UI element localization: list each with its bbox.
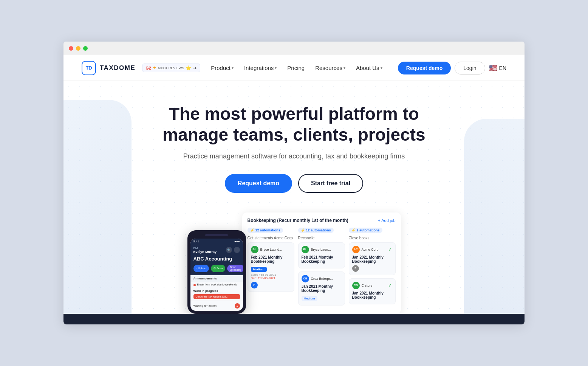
search-icon[interactable]: 🔍 (226, 247, 232, 253)
card-name: Bryce Laund... (260, 248, 282, 251)
language-selector[interactable]: 🇺🇸 EN (489, 64, 506, 72)
card-title: Feb 2021 Monthly Bookkeeping (251, 255, 291, 264)
announcement-dot (193, 284, 196, 286)
kanban-col-label-1: Get statements Acme Corp (248, 236, 294, 240)
done-uploading-button[interactable]: Done uploading (227, 265, 243, 272)
chevron-down-icon: ▾ (344, 66, 345, 70)
phone-user-label: EM (193, 247, 217, 250)
nav-actions: Request demo Login 🇺🇸 EN (398, 62, 506, 74)
menu-icon[interactable]: ⋯ (234, 247, 240, 253)
phone-work-section: Work in progress (190, 288, 243, 294)
card-name: Acme Corp (362, 248, 379, 251)
priority-tag: Medium (251, 267, 267, 272)
maximize-dot[interactable] (83, 46, 88, 51)
card-avatar-row: AC Acme Corp ✓ (352, 246, 392, 253)
automations-badge-1: ⚡ 12 automations (248, 228, 283, 233)
dashboard-preview: 9:41 ●●● EM Evelyn Murray 🔍 ⋯ ABC Ac (79, 212, 509, 314)
avatar: AC (352, 246, 360, 253)
check-icon: ✓ (388, 247, 392, 252)
bolt-icon: ⚡ (301, 228, 305, 232)
nav-item-about[interactable]: About Us ▾ (351, 62, 387, 73)
phone-waiting: Waiting for action 1 (190, 301, 243, 311)
hero-buttons: Request demo Start free trial (162, 174, 426, 193)
request-demo-hero-button[interactable]: Request demo (225, 174, 292, 193)
chevron-down-icon: ▾ (232, 66, 234, 70)
nav-item-product[interactable]: Product ▾ (206, 62, 238, 73)
avatar: BL (302, 246, 309, 253)
navbar: TD TAXDOME G2 ★ 6000+ REVIEWS ⭐ ➜ Produc… (63, 55, 525, 81)
scan-icon: ⊡ (214, 267, 216, 270)
nav-links: Product ▾ Integrations ▾ Pricing Resourc… (206, 62, 398, 73)
hero-section: The most powerful platform to manage tea… (63, 81, 525, 314)
logo-icon: TD (82, 61, 96, 75)
card-name: Bryce Laun... (311, 248, 331, 251)
card-due-date: Due: Feb-03-2021 (251, 276, 291, 280)
phone-mockup: 9:41 ●●● EM Evelyn Murray 🔍 ⋯ ABC Ac (187, 230, 246, 314)
kanban-card: BL Bryce Laun... ✓ Feb 2021 Monthly Book… (298, 242, 345, 268)
login-button[interactable]: Login (455, 62, 485, 74)
card-title: Jan 2021 Monthly Bookkeeping (352, 291, 392, 299)
card-avatar-row: BL Bryce Laund... ✓ (251, 246, 291, 253)
star-icon: ★ (153, 65, 156, 70)
kanban-column-3: ⚡ 2 automations Close books AC Acme Corp… (349, 228, 396, 309)
card-avatar-row: CE Crux Enterpr... (302, 275, 342, 282)
phone-user-name: Evelyn Murray (193, 250, 217, 254)
g2-label: G2 (145, 66, 151, 70)
kanban-card: BL Bryce Laund... ✓ Feb 2021 Monthly Boo… (248, 242, 294, 292)
phone-notch (205, 234, 228, 236)
minimize-dot[interactable] (76, 46, 80, 51)
kanban-columns: ⚡ 12 automations Get statements Acme Cor… (248, 228, 396, 309)
check-icon: ✓ (388, 282, 392, 288)
phone-company-name: ABC Accounting (190, 256, 243, 265)
card-title: Feb 2021 Monthly Bookkeeping (302, 255, 342, 264)
getapp-icon: ➜ (193, 65, 197, 71)
hero-title: The most powerful platform to manage tea… (162, 104, 426, 145)
card-avatar-row: BL Bryce Laun... ✓ (302, 246, 342, 253)
phone-action-buttons: ↑ Upload ⊡ Scan Done uploading (190, 265, 243, 275)
nav-item-pricing[interactable]: Pricing (283, 62, 309, 73)
review-count: 6000+ REVIEWS (158, 66, 184, 70)
upload-button[interactable]: ↑ Upload (193, 265, 209, 272)
kanban-card: CE Crux Enterpr... Jan 2021 Monthly Book… (298, 271, 345, 306)
phone-work-item: Corporate Tax Return 2022 (193, 294, 240, 299)
kanban-header: Bookkeeping (Recur monthly 1st of the mo… (248, 218, 396, 223)
kanban-col-header-2: ⚡ 12 automations (298, 228, 345, 233)
automations-badge-2: ⚡ 12 automations (298, 228, 334, 233)
kanban-col-label-2: Reconcile (298, 236, 345, 240)
bolt-icon: ⚡ (250, 228, 254, 232)
kanban-board: Bookkeeping (Recur monthly 1st of the mo… (242, 212, 401, 314)
avatar: CS (352, 282, 360, 289)
logo-area[interactable]: TD TAXDOME (82, 61, 135, 75)
kanban-card: AC Acme Corp ✓ Jan 2021 Monthly Bookkeep… (349, 242, 396, 275)
review-badge[interactable]: G2 ★ 6000+ REVIEWS ⭐ ➜ (142, 64, 200, 72)
flag-icon: 🇺🇸 (489, 64, 497, 72)
kanban-col-header-1: ⚡ 12 automations (248, 228, 294, 233)
nav-item-integrations[interactable]: Integrations ▾ (240, 62, 281, 73)
phone-header-bar: EM Evelyn Murray 🔍 ⋯ (190, 244, 243, 256)
card-title: Jan 2021 Monthly Bookkeeping (352, 255, 392, 264)
assignee-avatar: P (251, 282, 258, 288)
request-demo-nav-button[interactable]: Request demo (398, 62, 451, 74)
assignee-avatar: P (352, 265, 359, 272)
chevron-down-icon: ▾ (381, 66, 382, 70)
phone-waiting-text: Waiting for action (193, 304, 217, 307)
hero-content: The most powerful platform to manage tea… (162, 104, 426, 193)
phone-waiting-badge: 1 (235, 303, 240, 309)
kanban-col-label-3: Close books (349, 236, 396, 240)
logo-text: TAXDOME (100, 64, 135, 72)
nav-item-resources[interactable]: Resources ▾ (311, 62, 350, 73)
phone-announcements-label: Announcements (190, 275, 243, 282)
card-title: Jan 2021 Monthly Bookkeeping (302, 284, 342, 293)
capterra-icon: ⭐ (186, 65, 191, 71)
card-name: Crux Enterpr... (311, 277, 333, 281)
close-dot[interactable] (69, 46, 73, 51)
scan-button[interactable]: ⊡ Scan (211, 265, 225, 272)
card-name: C store (362, 284, 373, 287)
automations-badge-3: ⚡ 2 automations (349, 228, 382, 233)
kanban-col-header-3: ⚡ 2 automations (349, 228, 396, 233)
add-job-button[interactable]: + Add job (378, 218, 395, 223)
upload-icon: ↑ (196, 267, 198, 270)
kanban-title: Bookkeeping (Recur monthly 1st of the mo… (248, 218, 348, 223)
start-free-trial-button[interactable]: Start free trial (298, 174, 363, 193)
chevron-down-icon: ▾ (275, 66, 277, 70)
